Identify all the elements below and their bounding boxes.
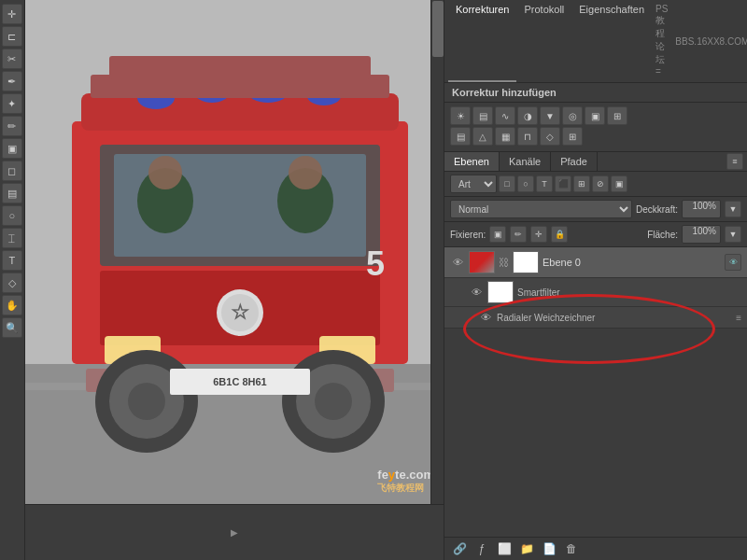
type-tool[interactable]: T: [2, 250, 22, 271]
link-layers-btn[interactable]: 🔗: [450, 540, 469, 557]
heal-tool[interactable]: ✦: [2, 93, 22, 114]
pen-tool[interactable]: ⌶: [2, 228, 22, 248]
channel-mixer-btn[interactable]: ⊞: [562, 127, 583, 146]
fix-all-icon[interactable]: 🔒: [551, 226, 568, 243]
toolbar-row-1: ☀ ▤ ∿ ◑ ▼ ◎ ▣ ⊞: [450, 106, 741, 125]
layer-eye-radial[interactable]: 👁: [478, 310, 493, 325]
fix-position-icon[interactable]: ✛: [530, 226, 547, 243]
smartfilter-header-item[interactable]: 👁 Smartfilter: [444, 278, 747, 307]
dodge-tool[interactable]: ○: [2, 205, 22, 226]
opacity-label: Deckkraft:: [636, 204, 678, 215]
layer-ebene-0[interactable]: 👁 ⛓ Ebene 0 👁: [444, 247, 747, 278]
selective-color-btn[interactable]: ◇: [540, 127, 560, 146]
color-balance-btn[interactable]: △: [472, 127, 493, 146]
layers-tab-bar: Ebenen Kanäle Pfade ≡: [444, 152, 747, 172]
delete-layer-btn[interactable]: 🗑: [562, 540, 581, 557]
hsl-btn[interactable]: ◎: [562, 106, 583, 125]
layer-eye-smartfilter[interactable]: 👁: [469, 285, 484, 300]
tab-ebenen[interactable]: Ebenen: [444, 152, 500, 171]
filter-adjust-icon[interactable]: ○: [517, 175, 534, 192]
filter-type-icon[interactable]: T: [536, 175, 553, 192]
vibrance-btn[interactable]: ▼: [540, 106, 560, 125]
toolbar-row-2: ▤ △ ▦ ⊓ ◇ ⊞: [450, 127, 741, 146]
gradient-tool[interactable]: ▤: [2, 183, 22, 203]
layer-options-icon[interactable]: 👁: [725, 254, 741, 271]
korrekturen-header: Korrektur hinzufügen: [444, 83, 747, 103]
flaeche-dropdown-icon[interactable]: ▼: [725, 226, 741, 243]
canvas-image[interactable]: ☆ 5 6B1C 8H61: [25, 0, 444, 504]
filter-type-select[interactable]: Art: [450, 175, 497, 193]
new-layer-btn[interactable]: 📄: [540, 540, 558, 557]
move-tool[interactable]: ✛: [2, 4, 22, 24]
filter-off-icon[interactable]: ⊘: [592, 175, 609, 192]
watermark-line2: 飞特教程网: [377, 482, 434, 495]
panel-tab-bar: Korrekturen Protokoll Eigenschaften PS教程…: [444, 0, 747, 83]
threshold-btn[interactable]: ⊓: [517, 127, 538, 146]
eraser-tool[interactable]: ◻: [2, 161, 22, 181]
fixieren-label: Fixieren:: [450, 230, 486, 240]
add-mask-btn[interactable]: ⬜: [495, 540, 514, 557]
fix-pixels-icon[interactable]: ✏: [510, 226, 527, 243]
layer-thumb-smartfilter: [487, 281, 514, 303]
zoom-tool[interactable]: 🔍: [2, 317, 22, 338]
filter-shape-icon[interactable]: ⬛: [555, 175, 571, 192]
brush-tool[interactable]: ✏: [2, 116, 22, 136]
radial-filter-label: Radialer Weichzeichner: [497, 313, 732, 323]
korrekturen-toolbar: ☀ ▤ ∿ ◑ ▼ ◎ ▣ ⊞ ▤ △ ▦ ⊓ ◇ ⊞: [444, 103, 747, 152]
side-toolbar: ✛ ⊏ ✂ ✒ ✦ ✏ ▣ ◻ ▤ ○ ⌶ T ◇ ✋ 🔍: [0, 0, 25, 560]
layer-thumb-ebene0: [469, 251, 495, 273]
canvas-status-bar: ▶: [25, 504, 444, 560]
svg-point-33: [289, 156, 322, 189]
posterize-btn[interactable]: ▦: [495, 127, 515, 146]
watermark-bbs: BBS.16XX8.COM: [671, 33, 747, 50]
gradient-map-btn[interactable]: ▣: [585, 106, 605, 125]
blend-mode-select[interactable]: Normal: [450, 200, 632, 218]
radial-filter-item[interactable]: 👁 Radialer Weichzeichner ≡: [444, 307, 747, 329]
watermark: feyte.com 飞特教程网: [377, 468, 434, 495]
new-group-btn[interactable]: 📁: [517, 540, 536, 557]
layer-name-ebene0: Ebene 0: [543, 257, 721, 268]
blend-mode-row: Normal Deckkraft: 100% ▼: [444, 197, 747, 222]
panel-menu-icon[interactable]: ≡: [726, 153, 743, 170]
levels-btn[interactable]: ▤: [472, 106, 493, 125]
stamp-tool[interactable]: ▣: [2, 138, 22, 159]
layer-mask-ebene0: [513, 251, 539, 273]
filter-pin-icon[interactable]: ▣: [611, 175, 627, 192]
flaeche-label: Fläche:: [647, 230, 678, 240]
right-panel: Korrekturen Protokoll Eigenschaften PS教程…: [444, 0, 747, 560]
crop-tool[interactable]: ✂: [2, 49, 22, 69]
svg-rect-29: [25, 0, 444, 504]
curves-btn[interactable]: ∿: [495, 106, 515, 125]
layers-bottom-bar: 🔗 ƒ ⬜ 📁 📄 🗑: [444, 537, 747, 560]
hand-tool[interactable]: ✋: [2, 295, 22, 315]
bw-btn[interactable]: ▤: [450, 127, 471, 146]
add-style-btn[interactable]: ƒ: [472, 540, 491, 557]
tab-korrekturen[interactable]: Korrekturen: [448, 0, 516, 82]
filter-pixel-icon[interactable]: □: [499, 175, 515, 192]
eyedrop-tool[interactable]: ✒: [2, 71, 22, 91]
exposure-btn[interactable]: ◑: [517, 106, 538, 125]
vertical-scrollbar[interactable]: [430, 0, 444, 504]
watermark-line1: feyte.com: [377, 468, 434, 482]
fix-transparency-icon[interactable]: ▣: [489, 226, 506, 243]
tab-eigenschaften[interactable]: Eigenschaften: [571, 0, 652, 82]
lasso-tool[interactable]: ⊏: [2, 26, 22, 47]
flaeche-value[interactable]: 100%: [682, 225, 721, 244]
opacity-value[interactable]: 100%: [682, 200, 721, 218]
canvas-area: ☆ 5 6B1C 8H61: [25, 0, 444, 560]
tab-ps-forum[interactable]: PS教程论坛=: [652, 0, 671, 82]
brightness-btn[interactable]: ☀: [450, 106, 471, 125]
radial-icon: ≡: [736, 313, 741, 323]
tab-protokoll[interactable]: Protokoll: [516, 0, 571, 82]
canvas-info: ▶: [231, 527, 238, 538]
svg-point-31: [148, 156, 182, 189]
scroll-thumb[interactable]: [432, 1, 444, 57]
layer-eye-ebene0[interactable]: 👁: [450, 255, 465, 270]
filter-smart-icon[interactable]: ⊞: [573, 175, 590, 192]
opacity-dropdown-icon[interactable]: ▼: [725, 201, 741, 217]
tab-kanaele[interactable]: Kanäle: [500, 152, 551, 171]
photo-filter-btn[interactable]: ⊞: [607, 106, 627, 125]
shape-tool[interactable]: ◇: [2, 273, 22, 293]
tab-pfade[interactable]: Pfade: [551, 152, 598, 171]
smartfilter-label: Smartfilter: [517, 287, 741, 298]
